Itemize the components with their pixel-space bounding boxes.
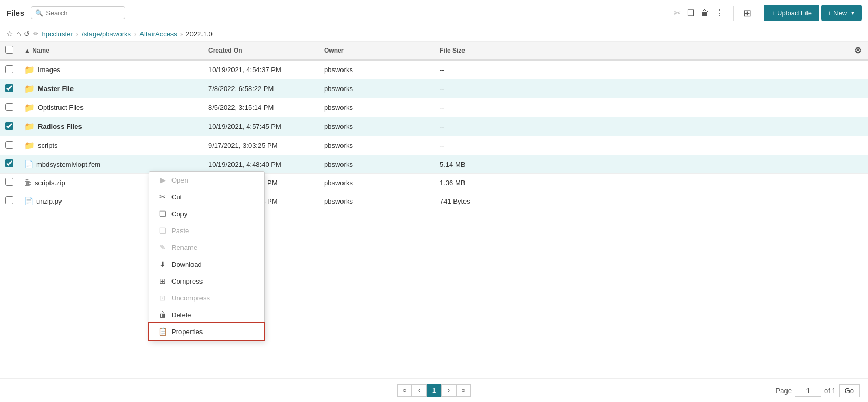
- delete-icon[interactable]: 🗑: [701, 8, 709, 18]
- breadcrumb-current: 2022.1.0: [186, 30, 213, 38]
- row-checkbox[interactable]: [5, 159, 13, 167]
- divider: [733, 6, 734, 21]
- edit-path-icon[interactable]: ✏: [33, 30, 38, 37]
- file-created: 10/19/2021, 4:57:45 PM: [203, 117, 319, 136]
- row-checkbox[interactable]: [5, 65, 13, 73]
- settings-icon[interactable]: ⚙: [854, 46, 861, 55]
- context-menu-item-open: ▶Open: [149, 172, 264, 188]
- app-title: Files: [6, 8, 24, 17]
- folder-icon: 📁: [24, 122, 35, 132]
- col-created-label: Created On: [208, 47, 243, 54]
- row-checkbox[interactable]: [5, 178, 13, 186]
- select-all-header[interactable]: [0, 42, 19, 60]
- cut-icon[interactable]: ✂: [674, 8, 681, 18]
- folder-icon: 📁: [24, 65, 35, 75]
- new-button[interactable]: + New ▼: [821, 5, 862, 21]
- favorite-icon[interactable]: ☆: [6, 29, 13, 38]
- refresh-icon[interactable]: ↺: [24, 29, 30, 38]
- file-icon: 📄: [24, 160, 33, 168]
- context-menu-icon-cut: ✂: [158, 193, 167, 201]
- grid-view-icon[interactable]: ⊞: [743, 7, 751, 19]
- file-size: --: [435, 136, 847, 155]
- file-size: 741 Bytes: [435, 192, 847, 210]
- select-all-checkbox[interactable]: [5, 46, 13, 54]
- new-button-label: + New: [827, 9, 847, 17]
- table-row[interactable]: 📁Master File7/8/2022, 6:58:22 PMpbsworks…: [0, 79, 868, 98]
- folder-icon: 📁: [24, 84, 35, 94]
- row-checkbox[interactable]: [5, 103, 13, 111]
- file-icon: 📄: [24, 197, 33, 205]
- table-row[interactable]: 📁Optistruct Files8/5/2022, 3:15:14 PMpbs…: [0, 98, 868, 117]
- file-name: scripts.zip: [35, 179, 65, 187]
- breadcrumb-sep-1: ›: [76, 30, 78, 38]
- col-size-label: File Size: [440, 47, 465, 54]
- toolbar-icons: ✂ ❑ 🗑 ⋮ ⊞: [674, 6, 758, 21]
- row-settings: [847, 155, 868, 174]
- table-row[interactable]: 📁Images10/19/2021, 4:54:37 PMpbsworks--: [0, 60, 868, 79]
- context-menu-item-copy[interactable]: ❑Copy: [149, 205, 264, 210]
- col-owner-header[interactable]: Owner: [319, 42, 435, 60]
- file-created: 9/17/2021, 3:03:25 PM: [203, 136, 319, 155]
- file-table-body: 📁Images10/19/2021, 4:54:37 PMpbsworks--📁…: [0, 60, 868, 210]
- home-icon[interactable]: ⌂: [16, 29, 21, 38]
- table-row[interactable]: 🗜scripts.zip9/17/2021, 3:03:24 PMpbswork…: [0, 174, 868, 192]
- context-menu-label-open: Open: [171, 176, 188, 184]
- col-name-header[interactable]: ▲ Name: [19, 42, 203, 60]
- file-created: 7/8/2022, 6:58:22 PM: [203, 79, 319, 98]
- breadcrumb-stage[interactable]: /stage/pbsworks: [82, 30, 131, 38]
- file-size: --: [435, 98, 847, 117]
- search-input[interactable]: [46, 9, 120, 17]
- table-row[interactable]: 📁Radioss Files10/19/2021, 4:57:45 PMpbsw…: [0, 117, 868, 136]
- file-created: 8/5/2022, 3:15:14 PM: [203, 98, 319, 117]
- file-name: scripts: [38, 142, 58, 149]
- file-owner: pbsworks: [319, 117, 435, 136]
- breadcrumb-hpccluster[interactable]: hpccluster: [42, 30, 73, 38]
- row-settings: [847, 79, 868, 98]
- row-settings: [847, 192, 868, 210]
- row-checkbox[interactable]: [5, 84, 13, 92]
- context-menu-icon-open: ▶: [158, 176, 167, 184]
- breadcrumb-altairaccess[interactable]: AltairAccess: [139, 30, 177, 38]
- row-checkbox[interactable]: [5, 141, 13, 149]
- context-menu-icon-copy: ❑: [158, 209, 167, 210]
- upload-file-button[interactable]: + Upload File: [764, 5, 819, 21]
- top-bar: Files 🔍 ✂ ❑ 🗑 ⋮ ⊞ + Upload File + New ▼: [0, 0, 868, 26]
- context-menu-label-cut: Cut: [171, 193, 182, 201]
- row-settings: [847, 117, 868, 136]
- row-checkbox[interactable]: [5, 196, 13, 204]
- table-header: ▲ Name Created On Owner File Size ⚙: [0, 42, 868, 60]
- row-checkbox[interactable]: [5, 122, 13, 130]
- file-owner: pbsworks: [319, 79, 435, 98]
- breadcrumb: ☆ ⌂ ↺ ✏ hpccluster › /stage/pbsworks › A…: [0, 26, 868, 42]
- file-table: ▲ Name Created On Owner File Size ⚙ 📁Ima…: [0, 42, 868, 210]
- table-row[interactable]: 📁scripts9/17/2021, 3:03:25 PMpbsworks--: [0, 136, 868, 155]
- folder-icon: 📁: [24, 140, 35, 150]
- copy-icon[interactable]: ❑: [687, 8, 694, 18]
- table-row[interactable]: 📄unzip.py9/17/2021, 3:03:24 PMpbsworks74…: [0, 192, 868, 210]
- context-menu: ▶Open✂Cut❑Copy❑Paste✎Rename⬇Download⊞Com…: [149, 171, 265, 210]
- row-settings: [847, 174, 868, 192]
- breadcrumb-sep-3: ›: [180, 30, 183, 38]
- folder-icon: 📁: [24, 103, 35, 113]
- row-settings: [847, 60, 868, 79]
- col-size-header[interactable]: File Size: [435, 42, 847, 60]
- context-menu-label-copy: Copy: [171, 210, 187, 211]
- search-box[interactable]: 🔍: [31, 6, 125, 19]
- file-owner: pbsworks: [319, 155, 435, 174]
- file-name: Master File: [38, 85, 74, 93]
- row-settings: [847, 136, 868, 155]
- file-size: 1.36 MB: [435, 174, 847, 192]
- file-owner: pbsworks: [319, 136, 435, 155]
- col-created-header[interactable]: Created On: [203, 42, 319, 60]
- table-row[interactable]: 📄mbdsystemlvlopt.fem10/19/2021, 4:48:40 …: [0, 155, 868, 174]
- file-name: Optistruct Files: [38, 104, 84, 112]
- col-owner-label: Owner: [324, 47, 344, 54]
- file-name: mbdsystemlvlopt.fem: [36, 160, 100, 168]
- zip-icon: 🗜: [24, 178, 32, 187]
- more-icon[interactable]: ⋮: [715, 8, 724, 18]
- file-table-wrapper: ▲ Name Created On Owner File Size ⚙ 📁Ima…: [0, 42, 868, 210]
- context-menu-item-cut[interactable]: ✂Cut: [149, 188, 264, 205]
- file-owner: pbsworks: [319, 174, 435, 192]
- file-name: unzip.py: [36, 197, 62, 205]
- col-settings-header[interactable]: ⚙: [847, 42, 868, 60]
